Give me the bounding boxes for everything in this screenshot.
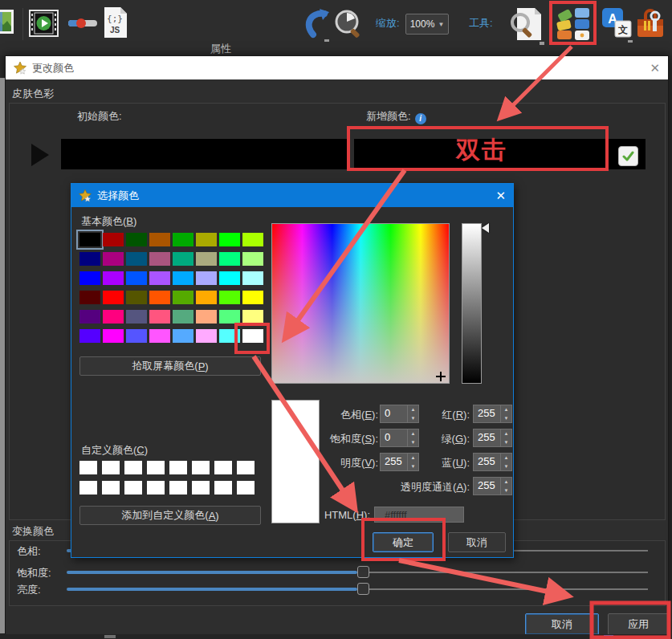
green-spinner[interactable]: 255▲▼ (473, 429, 512, 447)
basic-color-swatch[interactable] (103, 271, 124, 285)
custom-color-swatch[interactable] (79, 461, 97, 474)
initial-color-swatch[interactable] (61, 139, 348, 169)
basic-color-swatch[interactable] (173, 329, 193, 343)
basic-color-swatch[interactable] (126, 291, 147, 304)
custom-color-swatch[interactable] (237, 481, 255, 495)
value-spinner[interactable]: 255▲▼ (380, 453, 419, 471)
basic-color-swatch[interactable] (79, 271, 100, 285)
hue-saturation-picker[interactable] (271, 223, 450, 384)
custom-color-swatch[interactable] (124, 481, 142, 495)
alpha-spinner[interactable]: 255▲▼ (473, 477, 512, 495)
slider-track-empty[interactable] (368, 572, 648, 573)
saturation-spinner[interactable]: 0▲▼ (380, 429, 419, 447)
select-color-titlebar[interactable]: 选择颜色 ✕ (71, 184, 513, 207)
basic-color-swatch[interactable] (219, 310, 240, 324)
basic-color-swatch[interactable] (196, 310, 217, 324)
custom-color-swatch[interactable] (79, 481, 97, 495)
custom-color-swatch[interactable] (169, 481, 187, 495)
basic-color-swatch[interactable] (79, 252, 100, 266)
row-enabled-checkbox[interactable] (618, 146, 638, 166)
slider-track-filled[interactable] (67, 571, 357, 574)
basic-color-swatch[interactable] (173, 233, 193, 246)
basic-color-swatch[interactable] (103, 252, 124, 266)
basic-color-swatch[interactable] (103, 329, 124, 343)
basic-color-swatch[interactable] (79, 329, 100, 343)
image-icon[interactable] (0, 6, 14, 37)
basic-color-swatch[interactable] (126, 329, 147, 343)
translate-icon[interactable]: A 文 (601, 6, 633, 43)
basic-color-swatch[interactable] (103, 310, 124, 324)
custom-color-swatch[interactable] (192, 481, 210, 495)
custom-color-swatch[interactable] (214, 481, 232, 495)
value-slider[interactable] (462, 223, 482, 384)
close-icon[interactable]: ✕ (650, 61, 660, 75)
basic-color-swatch[interactable] (219, 291, 240, 304)
red-spinner[interactable]: 255▲▼ (473, 405, 512, 423)
custom-color-swatch[interactable] (147, 461, 165, 474)
basic-color-swatch[interactable] (196, 291, 217, 304)
basic-color-swatch[interactable] (79, 291, 100, 304)
picker-cancel-button[interactable]: 取消 (448, 532, 506, 552)
basic-color-swatch[interactable] (219, 252, 240, 266)
custom-color-swatch[interactable] (124, 461, 142, 474)
value-slider-arrow[interactable] (482, 223, 489, 233)
basic-color-swatch[interactable] (149, 329, 170, 343)
zoom-level-select[interactable]: 100%▼ (405, 14, 449, 35)
basic-color-swatch[interactable] (242, 252, 263, 266)
basic-color-swatch[interactable] (219, 329, 240, 343)
basic-color-swatch[interactable] (126, 310, 147, 324)
basic-color-swatch[interactable] (173, 310, 193, 324)
basic-color-swatch[interactable] (196, 329, 217, 343)
basic-color-swatch[interactable] (126, 233, 147, 246)
basic-color-swatch[interactable] (149, 233, 170, 246)
change-color-titlebar[interactable]: 更改颜色 ✕ (6, 56, 668, 79)
js-file-icon[interactable]: {;} JS (103, 6, 128, 39)
new-color-swatch[interactable] (354, 139, 646, 169)
custom-color-swatch[interactable] (102, 461, 120, 474)
basic-color-swatch[interactable] (242, 271, 263, 285)
cancel-button[interactable]: 取消 (525, 613, 599, 635)
basic-color-swatch[interactable] (242, 329, 263, 343)
video-icon[interactable] (29, 8, 59, 39)
custom-color-swatch[interactable] (147, 481, 165, 495)
slider-icon[interactable] (67, 18, 98, 29)
html-color-input[interactable] (374, 507, 464, 523)
custom-color-swatch[interactable] (214, 461, 232, 474)
blue-spinner[interactable]: 255▲▼ (473, 453, 512, 471)
basic-color-swatch[interactable] (79, 310, 100, 324)
basic-color-swatch[interactable] (173, 271, 193, 285)
hue-spinner[interactable]: 0▲▼ (380, 405, 419, 423)
undo-icon[interactable] (300, 7, 331, 43)
slider-handle[interactable] (357, 566, 369, 578)
apply-button[interactable]: 应用 (608, 613, 669, 635)
custom-color-swatch[interactable] (169, 461, 187, 474)
basic-color-swatch[interactable] (103, 291, 124, 304)
slider-track-empty[interactable] (368, 588, 648, 590)
basic-color-swatch[interactable] (149, 252, 170, 266)
basic-color-swatch[interactable] (242, 291, 263, 304)
slider-track-filled[interactable] (67, 588, 357, 591)
basic-color-swatch[interactable] (219, 233, 240, 246)
row-expand-triangle[interactable] (31, 144, 49, 166)
custom-color-swatch[interactable] (192, 461, 210, 474)
custom-color-swatch[interactable] (237, 461, 255, 474)
basic-color-swatch[interactable] (103, 233, 124, 246)
basic-color-swatch[interactable] (196, 233, 217, 246)
picker-close-icon[interactable]: ✕ (495, 189, 506, 203)
color-palette-icon[interactable] (556, 6, 593, 42)
ok-button[interactable]: 确定 (373, 532, 434, 552)
basic-color-swatch[interactable] (126, 252, 147, 266)
toolbox-icon[interactable] (636, 8, 665, 42)
basic-color-swatch[interactable] (126, 271, 147, 285)
basic-color-swatch[interactable] (149, 291, 170, 304)
basic-color-swatch[interactable] (149, 271, 170, 285)
pick-screen-color-button[interactable]: 拾取屏幕颜色(P) (79, 356, 261, 376)
basic-color-swatch[interactable] (242, 310, 263, 324)
doc-search-icon[interactable] (509, 5, 544, 47)
basic-color-swatch[interactable] (242, 233, 263, 246)
basic-color-swatch[interactable] (173, 291, 193, 304)
slider-handle[interactable] (357, 583, 369, 595)
basic-color-swatch[interactable] (196, 252, 217, 266)
basic-color-swatch[interactable] (219, 271, 240, 285)
custom-color-swatch[interactable] (102, 481, 120, 495)
